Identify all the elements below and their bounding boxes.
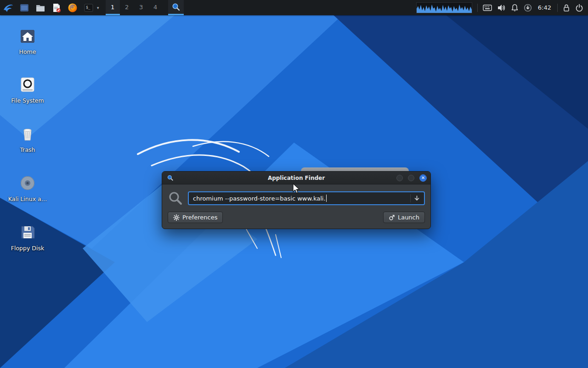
desktop-icon-label: File System	[11, 98, 44, 104]
firefox-icon	[68, 3, 78, 13]
cdrom-icon	[18, 173, 37, 193]
desktop-icon-label: Kali Linux a…	[8, 196, 47, 202]
launch-label: Launch	[398, 214, 419, 221]
volume-icon[interactable]	[497, 4, 506, 12]
desktop-screen: $_ ▾ 1 2 3 4	[0, 0, 588, 368]
text-editor-launcher[interactable]	[51, 2, 62, 14]
file-manager-launcher[interactable]	[18, 2, 30, 14]
dropdown-arrow-icon[interactable]	[414, 195, 420, 201]
kali-menu-button[interactable]	[2, 2, 14, 14]
input-divider	[410, 194, 411, 202]
close-button[interactable]: ✕	[419, 174, 427, 182]
preferences-label: Preferences	[182, 214, 217, 221]
power-icon[interactable]	[575, 4, 583, 12]
window-app-icon	[167, 174, 174, 181]
panel-separator-2	[557, 4, 558, 12]
keyboard-icon[interactable]	[483, 4, 492, 12]
launch-icon	[389, 214, 395, 221]
command-text: chromium --password-store=basic www.kali…	[193, 195, 326, 202]
finder-body: chromium --password-store=basic www.kali…	[162, 184, 430, 229]
cpu-graph[interactable]	[416, 2, 472, 13]
file-manager-icon	[19, 3, 29, 13]
command-input[interactable]: chromium --password-store=basic www.kali…	[188, 191, 425, 205]
maximize-button[interactable]	[408, 175, 414, 181]
terminal-launcher[interactable]: $_	[83, 2, 95, 14]
lock-icon[interactable]	[563, 4, 570, 12]
window-controls: ✕	[396, 172, 427, 184]
text-caret	[326, 195, 327, 202]
folder-launcher[interactable]	[34, 2, 46, 14]
kali-logo-icon	[3, 2, 14, 13]
desktop-icon-floppy[interactable]: Floppy Disk	[5, 223, 51, 252]
taskbar-application-finder[interactable]	[168, 0, 184, 15]
gear-icon	[173, 214, 180, 221]
desktop-icon-label: Floppy Disk	[11, 245, 44, 252]
top-panel: $_ ▾ 1 2 3 4	[0, 0, 588, 15]
panel-launchers: $_ ▾	[0, 2, 99, 14]
desktop-icon-file-system[interactable]: File System	[5, 75, 51, 104]
home-icon	[18, 26, 37, 46]
document-icon	[52, 3, 61, 13]
desktop-icon-kali-cd[interactable]: Kali Linux a…	[5, 173, 51, 202]
firefox-launcher[interactable]	[67, 2, 79, 14]
window-buttons	[168, 0, 184, 15]
search-icon	[168, 190, 183, 206]
minimize-button[interactable]	[396, 175, 403, 181]
desktop-icon-label: Home	[19, 49, 36, 55]
titlebar[interactable]: Application Finder ✕	[162, 172, 430, 184]
application-finder-window: Application Finder ✕ chromium --password…	[162, 171, 431, 229]
workspace-switcher: 1 2 3 4	[106, 0, 163, 15]
workspace-1[interactable]: 1	[106, 0, 120, 15]
panel-clock[interactable]: 6:42	[537, 4, 552, 11]
desktop-icon-label: Trash	[20, 147, 35, 153]
workspace-3[interactable]: 3	[134, 0, 148, 15]
svg-text:$_: $_	[86, 6, 90, 10]
desktop-icon-trash[interactable]: Trash	[5, 124, 51, 153]
trash-icon	[18, 124, 37, 144]
folder-icon	[35, 3, 45, 13]
desktop-icon-home[interactable]: Home	[5, 26, 51, 55]
update-status-icon[interactable]	[524, 4, 532, 12]
terminal-dropdown-caret[interactable]: ▾	[97, 6, 99, 10]
panel-status-area: 6:42	[416, 2, 588, 13]
floppy-icon	[18, 223, 37, 242]
workspace-2[interactable]: 2	[120, 0, 134, 15]
app-finder-icon	[171, 2, 181, 12]
workspace-4[interactable]: 4	[148, 0, 163, 15]
terminal-icon: $_	[84, 3, 94, 13]
window-title: Application Finder	[268, 175, 325, 181]
launch-button[interactable]: Launch	[383, 212, 425, 223]
preferences-button[interactable]: Preferences	[168, 212, 223, 223]
file-system-icon	[18, 75, 37, 94]
notification-bell-icon[interactable]	[511, 4, 519, 12]
panel-separator	[477, 4, 478, 12]
